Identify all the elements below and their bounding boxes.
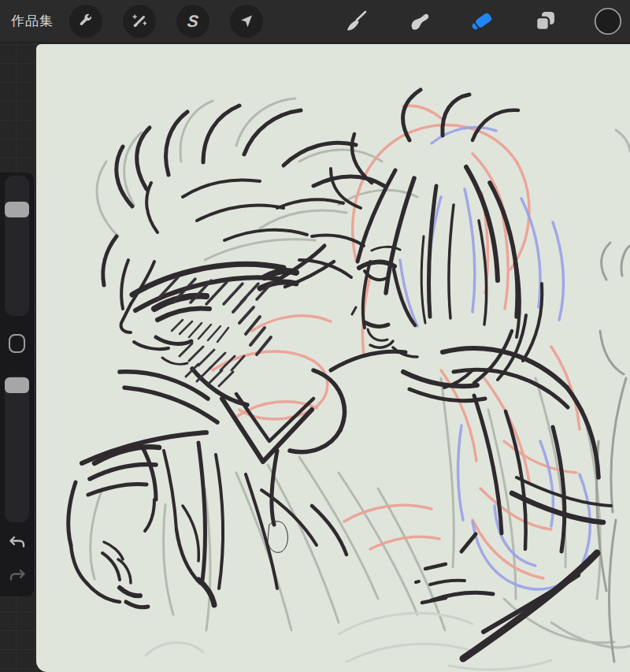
smudge-tool-button[interactable] xyxy=(405,7,433,35)
brush-opacity-slider[interactable] xyxy=(5,376,29,522)
brush-opacity-handle[interactable] xyxy=(5,377,29,393)
s-selection-icon: S xyxy=(187,12,200,31)
redo-arrow-icon xyxy=(8,569,27,585)
transform-arrow-icon xyxy=(237,12,256,31)
gallery-button[interactable]: 作品集 xyxy=(11,12,54,30)
undo-button[interactable] xyxy=(7,535,28,552)
layers-icon xyxy=(532,8,558,35)
transform-button[interactable] xyxy=(230,5,263,38)
actions-button[interactable] xyxy=(69,5,102,38)
drawing-canvas[interactable] xyxy=(36,44,630,672)
brush-icon xyxy=(343,8,369,35)
artwork-sketch xyxy=(36,44,630,672)
sketch-background-figure xyxy=(597,243,630,662)
color-swatch-button[interactable] xyxy=(594,7,622,35)
layers-button[interactable] xyxy=(531,7,559,35)
modify-button[interactable] xyxy=(9,334,25,353)
eraser-tool-button[interactable] xyxy=(468,7,496,35)
adjustments-button[interactable] xyxy=(123,5,156,38)
brush-tool-button[interactable] xyxy=(342,7,370,35)
brush-size-handle[interactable] xyxy=(5,202,29,217)
redo-button[interactable] xyxy=(7,568,28,585)
undo-arrow-icon xyxy=(8,536,27,551)
wrench-icon xyxy=(76,12,95,31)
brush-size-slider[interactable] xyxy=(5,176,29,316)
brush-controls-sidebar xyxy=(0,173,34,596)
procreate-app: 作品集 S xyxy=(0,0,630,672)
color-swatch-circle xyxy=(594,6,622,37)
selection-button[interactable]: S xyxy=(176,5,209,38)
top-toolbar: 作品集 S xyxy=(0,0,630,43)
right-tool-group xyxy=(342,0,622,43)
smudge-icon xyxy=(406,8,432,35)
magic-wand-icon xyxy=(130,12,149,31)
eraser-icon xyxy=(468,7,496,35)
left-tool-group: S xyxy=(69,5,263,38)
